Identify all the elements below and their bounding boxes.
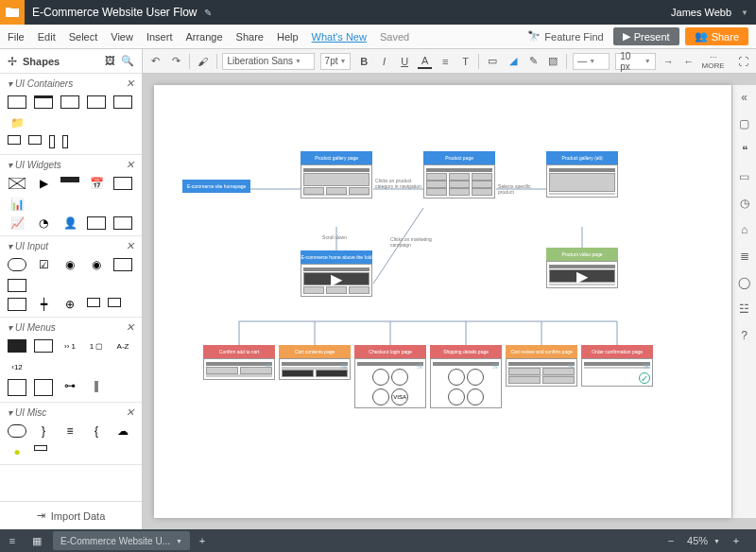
shape-menu[interactable] [34, 339, 53, 353]
font-select[interactable]: Liberation Sans▼ [222, 53, 314, 70]
shape-rect[interactable] [34, 95, 53, 109]
flow-node[interactable]: Cart review and confirm page 🛒 [506, 345, 577, 387]
close-icon[interactable]: ✕ [126, 159, 134, 171]
line-width-select[interactable]: 10 px▼ [615, 53, 655, 70]
shape-toggle[interactable]: ⊶ [60, 379, 79, 392]
close-icon[interactable]: ✕ [126, 78, 134, 90]
font-size-select[interactable]: 7pt▼ [320, 53, 352, 70]
shape-rect[interactable] [62, 135, 68, 148]
shape-video[interactable]: ▶ [34, 177, 53, 190]
flow-node[interactable]: Confirm add to cart 🛒 [203, 345, 275, 380]
menu-share[interactable]: Share [236, 31, 264, 43]
shape-image-x[interactable] [8, 177, 26, 190]
shape-menu[interactable] [8, 339, 26, 353]
flow-node[interactable]: Shipping details page 🛒 [430, 345, 502, 408]
shape-brace-open[interactable]: { [87, 424, 106, 438]
shape-rect[interactable] [108, 298, 121, 307]
search-icon[interactable]: 🔍 [121, 55, 134, 67]
section-label[interactable]: UI Menus [15, 322, 56, 333]
document-icon[interactable]: ▢ [739, 117, 749, 130]
shape-radio[interactable]: ◉ [60, 258, 79, 271]
menu-help[interactable]: Help [277, 31, 299, 43]
zoom-in-button[interactable]: + [724, 529, 748, 552]
zoom-value[interactable]: 45% [687, 535, 708, 546]
folder-icon[interactable] [0, 0, 25, 25]
align-button[interactable]: ≡ [438, 54, 452, 69]
fill-color-button[interactable]: ◢ [506, 54, 520, 69]
shape-rect[interactable] [87, 298, 100, 307]
shape-rect[interactable] [8, 135, 21, 145]
shape-rect[interactable] [87, 216, 106, 230]
more-button[interactable]: ⋯MORE [702, 53, 725, 70]
flow-node[interactable]: Product gallery page [301, 151, 372, 198]
shape-input[interactable] [8, 279, 26, 292]
shape-folder[interactable]: 📁 [8, 116, 26, 129]
add-page-button[interactable]: + [190, 529, 215, 552]
arrow-right-button[interactable]: → [662, 54, 676, 69]
text-overflow-button[interactable]: T [458, 54, 472, 69]
image-icon[interactable]: 🖼 [105, 55, 115, 67]
flow-node[interactable]: Order confirmation page 🛒✓ [581, 345, 653, 387]
shape-rect[interactable] [34, 445, 47, 451]
shape-rect[interactable] [113, 216, 132, 230]
presentation-icon[interactable]: ▭ [739, 170, 749, 183]
flow-node[interactable]: Cart contents page 🛒 [279, 345, 351, 380]
shape-input[interactable] [113, 258, 132, 271]
shape-pie[interactable]: ◔ [34, 216, 53, 230]
shape-style-button[interactable]: ▭ [485, 54, 499, 69]
shape-rect[interactable] [8, 95, 26, 109]
redo-button[interactable]: ↷ [169, 54, 183, 69]
shape-az[interactable]: A-Z [113, 339, 132, 353]
grid-icon[interactable]: ▦ [25, 529, 49, 552]
shape-progress[interactable] [60, 177, 79, 182]
chevron-down-icon[interactable]: ▼ [713, 538, 720, 544]
menu-view[interactable]: View [111, 31, 133, 43]
shape-slider-h[interactable]: ⊕ [60, 298, 79, 311]
rename-icon[interactable]: ✎ [204, 8, 212, 18]
undo-button[interactable]: ↶ [148, 54, 163, 69]
shadow-button[interactable]: ▧ [546, 54, 560, 69]
shape-rect[interactable] [87, 95, 106, 109]
help-icon[interactable]: ? [741, 329, 747, 342]
close-icon[interactable]: ✕ [126, 240, 134, 252]
shape-radio[interactable]: ◉ [87, 258, 106, 271]
section-label[interactable]: UI Containers [15, 78, 73, 89]
section-label[interactable]: UI Input [15, 241, 48, 251]
flow-node[interactable]: E-commerce home above the fold ▶ [301, 250, 372, 297]
border-color-button[interactable]: ✎ [525, 54, 540, 69]
shape-list[interactable] [8, 379, 26, 396]
menu-select[interactable]: Select [69, 31, 98, 43]
flow-node[interactable]: Product gallery (alt) [546, 151, 618, 198]
menu-whats-new[interactable]: What's New [312, 31, 367, 43]
flow-node[interactable]: Product video page ▶ [546, 248, 618, 288]
collapse-icon[interactable]: « [741, 91, 747, 104]
zoom-out-button[interactable]: − [659, 529, 683, 552]
shape-rect[interactable] [28, 135, 42, 145]
shape-chart[interactable]: 📊 [8, 198, 26, 211]
menu-file[interactable]: File [8, 31, 25, 43]
underline-button[interactable]: U [397, 54, 411, 69]
fullscreen-button[interactable]: ⛶ [736, 54, 750, 69]
layers-icon[interactable]: ≣ [740, 250, 749, 263]
outline-icon[interactable]: ≡ [0, 529, 25, 552]
present-button[interactable]: ▶Present [613, 27, 679, 45]
shape-switch[interactable] [8, 424, 26, 438]
data-icon[interactable]: ⌂ [741, 223, 747, 236]
shape-lines[interactable]: ≡ [60, 424, 79, 438]
shape-cloud[interactable]: ☁ [113, 424, 132, 438]
shape-checkbox[interactable]: ☑ [34, 258, 53, 271]
shape-button[interactable] [8, 258, 26, 271]
menu-arrange[interactable]: Arrange [185, 31, 222, 43]
arrow-left-button[interactable]: ← [681, 54, 696, 69]
flow-node[interactable]: E-commerce site homepage [182, 180, 250, 193]
close-icon[interactable]: ✕ [126, 321, 134, 334]
actions-icon[interactable]: ☳ [739, 302, 749, 316]
import-data-button[interactable]: ⇥ Import Data [0, 501, 142, 529]
close-icon[interactable]: ✕ [126, 406, 134, 419]
feature-find[interactable]: 🔭 Feature Find [527, 30, 603, 43]
canvas[interactable]: E-commerce site homepage Product gallery… [154, 85, 731, 518]
shape-rect[interactable] [113, 177, 132, 190]
shape-step[interactable]: 1 ▢ [87, 339, 106, 353]
history-icon[interactable]: ◷ [740, 197, 749, 210]
shape-pagenum[interactable]: ‹12 [8, 360, 26, 373]
